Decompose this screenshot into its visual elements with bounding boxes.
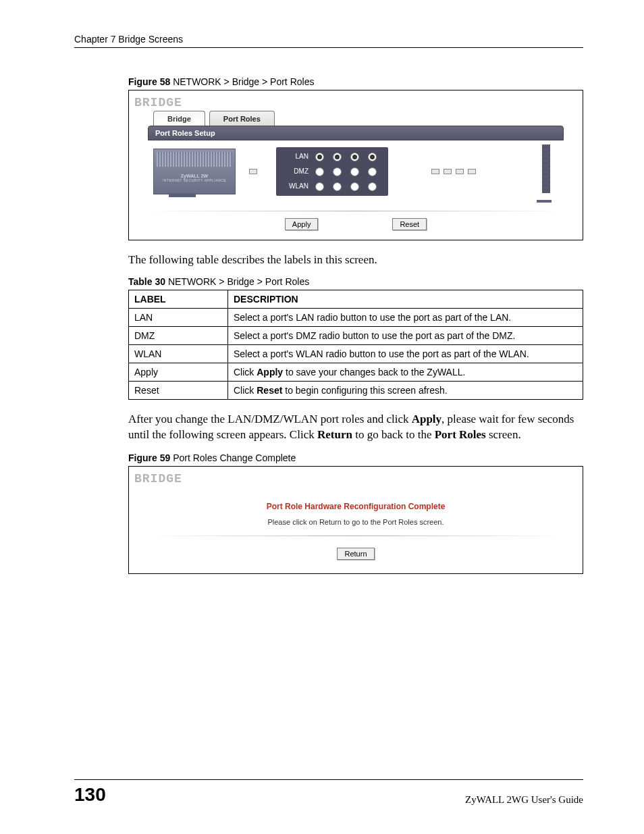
guide-title: ZyWALL 2WG User's Guide (465, 794, 583, 806)
radio-dmz-3[interactable] (350, 167, 359, 176)
table-row: Apply Click Apply to save your changes b… (129, 363, 583, 381)
lan-port-icon (468, 169, 476, 174)
radio-dmz-1[interactable] (315, 167, 324, 176)
th-label: LABEL (129, 290, 228, 308)
wan-port-icon (249, 169, 257, 174)
reset-button[interactable]: Reset (392, 218, 427, 230)
figure-58-caption: Figure 58 NETWORK > Bridge > Port Roles (128, 76, 583, 87)
figure-59-caption: Figure 59 Port Roles Change Complete (128, 452, 583, 463)
lan-port-icons (431, 169, 476, 174)
figure-59-screenshot: BRIDGE Port Role Hardware Reconfiguratio… (128, 466, 583, 574)
radio-wlan-1[interactable] (315, 182, 324, 191)
apply-button[interactable]: Apply (285, 218, 319, 230)
bridge-title-2: BRIDGE (129, 467, 583, 487)
figure-58-screenshot: BRIDGE Bridge Port Roles Port Roles Setu… (128, 90, 583, 240)
reconfiguration-complete-title: Port Role Hardware Reconfiguration Compl… (148, 502, 564, 511)
radio-lan-2[interactable] (333, 153, 342, 161)
page-number: 130 (74, 784, 106, 806)
device-image: ZyWALL 2W INTERNET SECURITY APPLIANCE (153, 149, 236, 194)
divider (148, 211, 564, 211)
radio-wlan-4[interactable] (368, 182, 377, 191)
return-button[interactable]: Return (337, 548, 374, 560)
table-30: LABEL DESCRIPTION LAN Select a port's LA… (128, 290, 583, 400)
radio-lan-4[interactable] (368, 153, 377, 161)
radio-dmz-4[interactable] (368, 167, 377, 176)
table-row: WLAN Select a port's WLAN radio button t… (129, 344, 583, 363)
radio-lan-3[interactable] (350, 153, 359, 161)
decorative-side-cap (537, 200, 552, 203)
table-row: LAN Select a port's LAN radio button to … (129, 308, 583, 326)
lan-port-icon (431, 169, 439, 174)
th-description: DESCRIPTION (228, 290, 583, 308)
table-row: DMZ Select a port's DMZ radio button to … (129, 326, 583, 344)
row-label-lan: LAN (283, 151, 311, 162)
tab-port-roles[interactable]: Port Roles (209, 111, 275, 126)
radio-lan-1[interactable] (315, 153, 324, 161)
section-bar-port-roles-setup: Port Roles Setup (148, 126, 564, 140)
tab-bridge[interactable]: Bridge (153, 111, 205, 126)
radio-wlan-2[interactable] (333, 182, 342, 191)
table-30-caption: Table 30 NETWORK > Bridge > Port Roles (128, 276, 583, 287)
lan-port-icon (444, 169, 452, 174)
radio-wlan-3[interactable] (350, 182, 359, 191)
row-label-dmz: DMZ (283, 166, 311, 177)
table-intro-text: The following table describes the labels… (128, 253, 583, 268)
lan-port-icon (456, 169, 464, 174)
table-row: Reset Click Reset to begin configuring t… (129, 381, 583, 399)
decorative-side-stripes (542, 145, 550, 193)
bridge-title: BRIDGE (129, 90, 583, 111)
reconfiguration-complete-subtitle: Please click on Return to go to the Port… (148, 518, 564, 526)
after-table-paragraph: After you change the LAN/DMZ/WLAN port r… (128, 412, 583, 443)
running-header: Chapter 7 Bridge Screens (74, 34, 583, 48)
port-roles-grid: LAN DMZ WLAN (276, 147, 388, 196)
row-label-wlan: WLAN (283, 181, 311, 192)
radio-dmz-2[interactable] (333, 167, 342, 176)
figure-58-label: Figure 58 (128, 76, 170, 87)
